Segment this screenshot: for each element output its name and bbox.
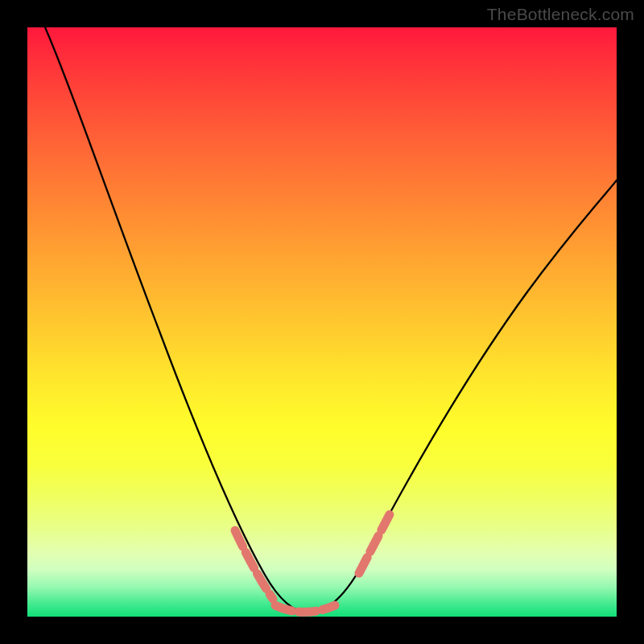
- highlight-bottom: [275, 605, 335, 612]
- bottleneck-curve: [45, 27, 617, 613]
- chart-stage: TheBottleneck.com: [0, 0, 644, 644]
- bottleneck-curve-svg: [27, 27, 617, 617]
- highlight-left: [235, 530, 273, 599]
- highlight-right: [359, 514, 390, 573]
- plot-area: [27, 27, 617, 617]
- watermark-text: TheBottleneck.com: [487, 5, 634, 24]
